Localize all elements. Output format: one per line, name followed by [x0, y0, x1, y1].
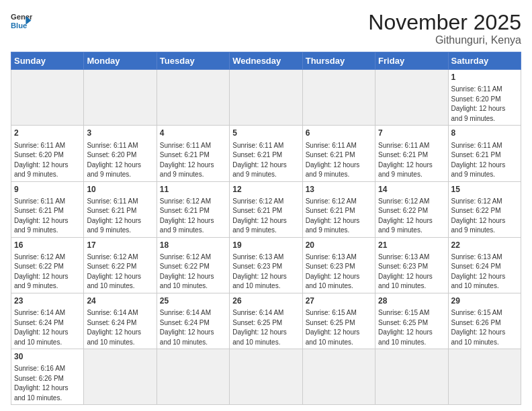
col-friday: Friday [375, 52, 448, 70]
cell-empty [302, 349, 375, 405]
cell-22: 22 Sunrise: 6:13 AMSunset: 6:24 PMDaylig… [448, 237, 521, 293]
day-info: Sunrise: 6:12 AMSunset: 6:21 PMDaylight:… [160, 197, 214, 234]
logo: General Blue [11, 11, 32, 32]
cell-25: 25 Sunrise: 6:14 AMSunset: 6:24 PMDaylig… [157, 293, 229, 349]
cell-6: 6 Sunrise: 6:11 AMSunset: 6:21 PMDayligh… [302, 126, 375, 181]
page: General Blue November 2025 Githunguri, K… [0, 0, 532, 410]
cell-1: 1 Sunrise: 6:11 AMSunset: 6:20 PMDayligh… [448, 70, 521, 126]
calendar-row-3: 9 Sunrise: 6:11 AMSunset: 6:21 PMDayligh… [11, 181, 521, 237]
day-number: 24 [87, 295, 153, 306]
day-number: 4 [160, 128, 226, 138]
day-info: Sunrise: 6:13 AMSunset: 6:23 PMDaylight:… [378, 253, 433, 290]
cell-30: 30 Sunrise: 6:16 AMSunset: 6:26 PMDaylig… [11, 349, 84, 405]
col-tuesday: Tuesday [157, 52, 229, 70]
cell-empty [375, 70, 448, 126]
cell-3: 3 Sunrise: 6:11 AMSunset: 6:20 PMDayligh… [84, 126, 157, 181]
svg-text:Blue: Blue [11, 21, 27, 30]
day-info: Sunrise: 6:14 AMSunset: 6:25 PMDaylight:… [232, 309, 287, 346]
day-number: 30 [14, 351, 81, 362]
cell-2: 2 Sunrise: 6:11 AMSunset: 6:20 PMDayligh… [11, 126, 84, 181]
day-number: 1 [451, 72, 518, 83]
cell-empty [375, 349, 448, 405]
cell-28: 28 Sunrise: 6:15 AMSunset: 6:25 PMDaylig… [375, 293, 448, 349]
day-info: Sunrise: 6:11 AMSunset: 6:21 PMDaylight:… [87, 197, 141, 234]
day-info: Sunrise: 6:11 AMSunset: 6:21 PMDaylight:… [378, 142, 433, 179]
logo-icon: General Blue [11, 11, 32, 32]
day-number: 3 [87, 128, 153, 138]
day-number: 13 [306, 184, 372, 195]
day-info: Sunrise: 6:15 AMSunset: 6:26 PMDaylight:… [451, 309, 506, 346]
cell-empty [230, 349, 302, 405]
day-number: 8 [451, 128, 518, 138]
calendar-row-5: 23 Sunrise: 6:14 AMSunset: 6:24 PMDaylig… [11, 293, 521, 349]
cell-empty [11, 70, 84, 126]
cell-24: 24 Sunrise: 6:14 AMSunset: 6:24 PMDaylig… [84, 293, 157, 349]
cell-14: 14 Sunrise: 6:12 AMSunset: 6:22 PMDaylig… [375, 181, 448, 237]
day-info: Sunrise: 6:13 AMSunset: 6:23 PMDaylight:… [232, 253, 287, 290]
cell-29: 29 Sunrise: 6:15 AMSunset: 6:26 PMDaylig… [448, 293, 521, 349]
day-number: 25 [160, 295, 226, 306]
day-info: Sunrise: 6:11 AMSunset: 6:20 PMDaylight:… [14, 142, 69, 179]
day-number: 17 [87, 240, 153, 250]
day-number: 20 [306, 240, 372, 250]
cell-23: 23 Sunrise: 6:14 AMSunset: 6:24 PMDaylig… [11, 293, 84, 349]
col-sunday: Sunday [11, 52, 84, 70]
day-info: Sunrise: 6:11 AMSunset: 6:21 PMDaylight:… [232, 142, 287, 179]
calendar-row-6: 30 Sunrise: 6:16 AMSunset: 6:26 PMDaylig… [11, 349, 521, 405]
cell-17: 17 Sunrise: 6:12 AMSunset: 6:22 PMDaylig… [84, 237, 157, 293]
day-info: Sunrise: 6:11 AMSunset: 6:20 PMDaylight:… [87, 142, 141, 179]
day-number: 6 [306, 128, 372, 138]
day-number: 23 [14, 295, 81, 306]
cell-empty [84, 349, 157, 405]
cell-empty [157, 349, 229, 405]
calendar-row-2: 2 Sunrise: 6:11 AMSunset: 6:20 PMDayligh… [11, 126, 521, 181]
calendar-row-4: 16 Sunrise: 6:12 AMSunset: 6:22 PMDaylig… [11, 237, 521, 293]
month-title: November 2025 [368, 11, 521, 34]
cell-12: 12 Sunrise: 6:12 AMSunset: 6:21 PMDaylig… [230, 181, 302, 237]
day-number: 7 [378, 128, 445, 138]
calendar-row-1: 1 Sunrise: 6:11 AMSunset: 6:20 PMDayligh… [11, 70, 521, 126]
header: General Blue November 2025 Githunguri, K… [11, 11, 521, 46]
day-info: Sunrise: 6:11 AMSunset: 6:21 PMDaylight:… [14, 197, 69, 234]
cell-27: 27 Sunrise: 6:15 AMSunset: 6:25 PMDaylig… [302, 293, 375, 349]
day-info: Sunrise: 6:14 AMSunset: 6:24 PMDaylight:… [160, 309, 214, 346]
day-info: Sunrise: 6:11 AMSunset: 6:21 PMDaylight:… [451, 142, 506, 179]
day-info: Sunrise: 6:12 AMSunset: 6:22 PMDaylight:… [14, 253, 69, 290]
day-number: 12 [232, 184, 299, 195]
cell-9: 9 Sunrise: 6:11 AMSunset: 6:21 PMDayligh… [11, 181, 84, 237]
cell-7: 7 Sunrise: 6:11 AMSunset: 6:21 PMDayligh… [375, 126, 448, 181]
cell-empty [230, 70, 302, 126]
cell-19: 19 Sunrise: 6:13 AMSunset: 6:23 PMDaylig… [230, 237, 302, 293]
day-number: 5 [232, 128, 299, 138]
day-number: 2 [14, 128, 81, 138]
cell-15: 15 Sunrise: 6:12 AMSunset: 6:22 PMDaylig… [448, 181, 521, 237]
cell-empty [302, 70, 375, 126]
day-number: 18 [160, 240, 226, 250]
cell-empty [157, 70, 229, 126]
col-wednesday: Wednesday [230, 52, 302, 70]
day-info: Sunrise: 6:11 AMSunset: 6:21 PMDaylight:… [160, 142, 214, 179]
day-info: Sunrise: 6:13 AMSunset: 6:23 PMDaylight:… [306, 253, 360, 290]
day-info: Sunrise: 6:11 AMSunset: 6:20 PMDaylight:… [451, 85, 506, 122]
day-number: 10 [87, 184, 153, 195]
day-number: 22 [451, 240, 518, 250]
day-number: 27 [306, 295, 372, 306]
day-number: 26 [232, 295, 299, 306]
col-thursday: Thursday [302, 52, 375, 70]
day-info: Sunrise: 6:16 AMSunset: 6:26 PMDaylight:… [14, 365, 69, 402]
cell-20: 20 Sunrise: 6:13 AMSunset: 6:23 PMDaylig… [302, 237, 375, 293]
col-monday: Monday [84, 52, 157, 70]
day-info: Sunrise: 6:14 AMSunset: 6:24 PMDaylight:… [14, 309, 69, 346]
cell-5: 5 Sunrise: 6:11 AMSunset: 6:21 PMDayligh… [230, 126, 302, 181]
cell-18: 18 Sunrise: 6:12 AMSunset: 6:22 PMDaylig… [157, 237, 229, 293]
cell-empty [448, 349, 521, 405]
col-saturday: Saturday [448, 52, 521, 70]
day-info: Sunrise: 6:12 AMSunset: 6:22 PMDaylight:… [378, 197, 433, 234]
cell-21: 21 Sunrise: 6:13 AMSunset: 6:23 PMDaylig… [375, 237, 448, 293]
day-number: 28 [378, 295, 445, 306]
cell-26: 26 Sunrise: 6:14 AMSunset: 6:25 PMDaylig… [230, 293, 302, 349]
day-info: Sunrise: 6:14 AMSunset: 6:24 PMDaylight:… [87, 309, 141, 346]
day-number: 21 [378, 240, 445, 250]
day-info: Sunrise: 6:15 AMSunset: 6:25 PMDaylight:… [306, 309, 360, 346]
day-info: Sunrise: 6:12 AMSunset: 6:22 PMDaylight:… [451, 197, 506, 234]
